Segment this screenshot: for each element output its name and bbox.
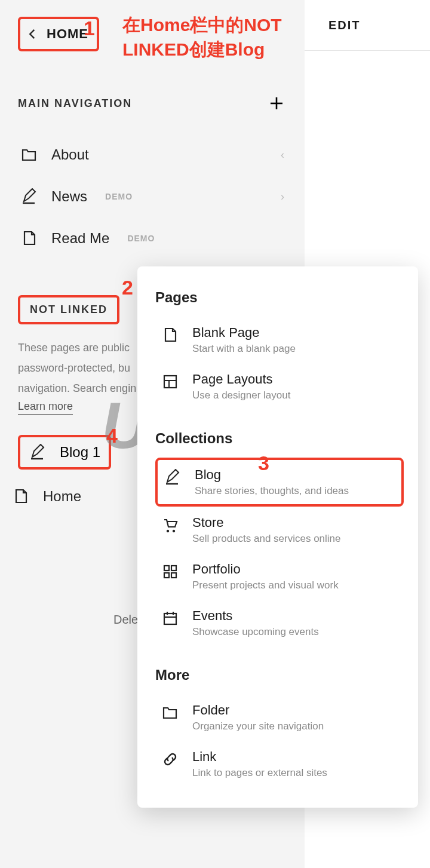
popover-item-desc: Link to pages or external sites: [192, 767, 327, 779]
chevron-left-icon: ‹: [281, 149, 284, 161]
popover-item-events[interactable]: EventsShowcase upcoming events: [155, 600, 404, 646]
popover-item-title: Folder: [192, 703, 324, 718]
pen-icon: [29, 443, 47, 461]
popover-item-desc: Showcase upcoming events: [192, 626, 319, 638]
annotation-number-1: 1: [84, 17, 95, 40]
nav-item-label: Blog 1: [60, 444, 100, 461]
popover-item-desc: Present projects and visual work: [192, 579, 339, 591]
nav-item-news[interactable]: News DEMO ›: [18, 176, 287, 217]
popover-item-blog[interactable]: BlogShare stories, thoughts, and ideas: [155, 458, 404, 507]
popover-item-title: Page Layouts: [192, 372, 290, 387]
annotation-number-4: 4: [106, 424, 118, 447]
create-page-popover: Pages Blank PageStart with a blank page …: [137, 266, 418, 808]
popover-item-desc: Start with a blank page: [192, 343, 296, 355]
not-linked-description: These pages are public password-protecte…: [18, 338, 143, 399]
calendar-icon: [161, 609, 179, 627]
demo-badge: DEMO: [105, 192, 133, 201]
page-icon: [20, 229, 38, 247]
popover-item-store[interactable]: StoreSell products and services online: [155, 507, 404, 553]
popover-item-page-layouts[interactable]: Page LayoutsUse a designer layout: [155, 363, 404, 410]
nav-item-label: News: [51, 188, 87, 205]
grid-icon: [161, 563, 179, 581]
demo-badge: DEMO: [127, 234, 155, 243]
main-nav-list: About ‹ News DEMO › Read Me DEMO: [18, 134, 287, 259]
not-linked-header: NOT LINKED: [18, 295, 119, 324]
top-right-bar: EDIT: [305, 0, 430, 51]
nav-item-label: Read Me: [51, 230, 109, 247]
popover-item-link[interactable]: LinkLink to pages or external sites: [155, 741, 404, 787]
popover-item-folder[interactable]: FolderOrganize your site navigation: [155, 694, 404, 741]
cart-icon: [161, 516, 179, 534]
learn-more-link[interactable]: Learn more: [18, 400, 73, 415]
nav-item-label: About: [51, 146, 89, 163]
edit-button[interactable]: EDIT: [328, 19, 361, 32]
popover-item-title: Portfolio: [192, 562, 339, 577]
pen-icon: [20, 188, 38, 206]
annotation-number-2: 2: [122, 276, 133, 299]
back-home-label: HOME: [47, 26, 88, 42]
nav-item-blog1[interactable]: Blog 1: [18, 435, 111, 470]
nav-item-about[interactable]: About ‹: [18, 134, 287, 176]
popover-section-more: More FolderOrganize your site navigation…: [155, 667, 404, 787]
popover-item-title: Store: [192, 515, 341, 530]
nav-item-label: Home: [43, 488, 81, 505]
main-nav-header: MAIN NAVIGATION: [18, 93, 287, 114]
popover-heading: Collections: [155, 430, 404, 447]
annotation-number-3: 3: [258, 452, 269, 475]
popover-item-title: Blank Page: [192, 325, 296, 341]
link-icon: [161, 750, 179, 768]
popover-item-desc: Sell products and services online: [192, 533, 341, 545]
folder-icon: [161, 704, 179, 722]
not-linked-title: NOT LINKED: [30, 303, 108, 315]
popover-item-desc: Organize your site navigation: [192, 720, 324, 732]
layout-icon: [161, 373, 179, 391]
popover-item-desc: Use a designer layout: [192, 389, 290, 401]
popover-item-desc: Share stories, thoughts, and ideas: [195, 485, 349, 497]
nav-item-readme[interactable]: Read Me DEMO: [18, 217, 287, 259]
popover-item-title: Blog: [195, 467, 349, 483]
main-nav-title: MAIN NAVIGATION: [18, 97, 132, 110]
popover-heading: More: [155, 667, 404, 683]
popover-section-collections: Collections BlogShare stories, thoughts,…: [155, 430, 404, 646]
popover-heading: Pages: [155, 289, 404, 306]
pen-icon: [164, 468, 182, 486]
popover-item-title: Link: [192, 749, 327, 765]
chevron-right-icon: ›: [281, 191, 284, 203]
folder-icon: [20, 146, 38, 164]
popover-item-title: Events: [192, 608, 319, 624]
popover-item-blank-page[interactable]: Blank PageStart with a blank page: [155, 317, 404, 363]
chevron-left-icon: [24, 25, 42, 43]
page-icon: [12, 487, 30, 505]
add-page-button[interactable]: [266, 93, 287, 114]
popover-item-portfolio[interactable]: PortfolioPresent projects and visual wor…: [155, 553, 404, 600]
annotation-caption: 在Home栏中的NOT LINKED创建Blog: [122, 13, 314, 62]
plus-icon: [268, 95, 285, 112]
page-icon: [161, 326, 179, 344]
popover-section-pages: Pages Blank PageStart with a blank page …: [155, 289, 404, 410]
